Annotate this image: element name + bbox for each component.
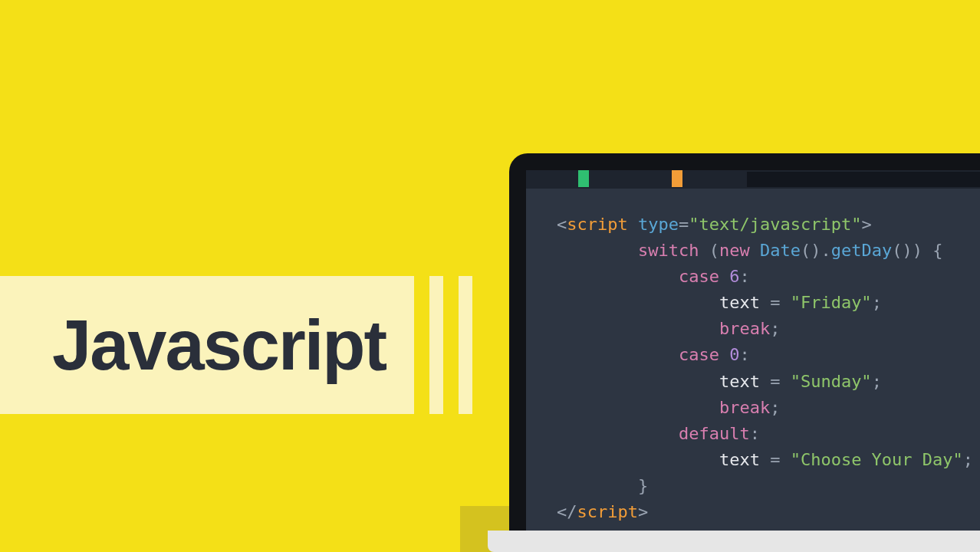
code-token: text xyxy=(719,372,760,391)
code-token: new xyxy=(719,241,750,260)
code-token: Date xyxy=(760,241,801,260)
code-token xyxy=(557,319,719,338)
code-block: <script type="text/javascript"> switch (… xyxy=(526,189,980,525)
tab-accent-icon xyxy=(578,170,589,187)
code-token: script xyxy=(567,215,627,234)
code-token xyxy=(628,215,638,234)
code-token: : xyxy=(739,345,749,364)
code-token: < xyxy=(557,215,567,234)
code-token: = xyxy=(770,372,780,391)
code-token: : xyxy=(739,267,749,286)
code-token xyxy=(719,345,729,364)
code-token: ; xyxy=(963,450,973,469)
code-token xyxy=(557,267,679,286)
code-token xyxy=(557,398,719,417)
code-token: "Friday" xyxy=(791,293,872,312)
code-token: "Sunday" xyxy=(791,372,872,391)
code-token: break xyxy=(719,398,770,417)
code-token xyxy=(557,424,679,443)
code-token: "Choose Your Day" xyxy=(791,450,963,469)
tab-accent-icon xyxy=(672,170,682,187)
page-title: Javascript xyxy=(52,305,386,386)
code-token: = xyxy=(679,215,689,234)
code-token: case xyxy=(679,267,719,286)
code-token xyxy=(557,345,679,364)
code-token xyxy=(760,450,770,469)
decorative-stripe xyxy=(429,276,443,414)
code-token xyxy=(719,267,729,286)
code-token: ; xyxy=(770,319,780,338)
code-token xyxy=(780,372,790,391)
code-token: : xyxy=(750,424,760,443)
code-token xyxy=(760,293,770,312)
code-token: ()) { xyxy=(892,241,942,260)
code-token xyxy=(557,241,638,260)
code-token xyxy=(557,293,719,312)
decorative-stripe xyxy=(459,276,472,414)
code-token: getDay xyxy=(831,241,892,260)
code-token: script xyxy=(577,502,638,521)
title-band: Javascript xyxy=(0,276,414,414)
code-token: text xyxy=(719,450,760,469)
code-token: "text/javascript" xyxy=(689,215,861,234)
code-token xyxy=(557,476,638,495)
editor-tab-bar xyxy=(526,170,980,189)
code-token: ; xyxy=(872,293,882,312)
code-token xyxy=(780,293,790,312)
code-token: type xyxy=(638,215,679,234)
code-token xyxy=(699,241,709,260)
code-token: switch xyxy=(638,241,699,260)
code-token: = xyxy=(770,450,780,469)
code-token: </ xyxy=(557,502,577,521)
code-token: 6 xyxy=(729,267,739,286)
code-token: > xyxy=(861,215,871,234)
code-token: text xyxy=(719,293,760,312)
code-token xyxy=(750,241,760,260)
code-token: } xyxy=(638,476,648,495)
code-token: ( xyxy=(709,241,719,260)
code-token: default xyxy=(679,424,750,443)
code-token: break xyxy=(719,319,770,338)
code-editor-screen: <script type="text/javascript"> switch (… xyxy=(526,170,980,531)
code-token: = xyxy=(770,293,780,312)
code-token: case xyxy=(679,345,719,364)
code-token: ; xyxy=(872,372,882,391)
tab-empty-area xyxy=(747,172,980,187)
code-token xyxy=(557,450,719,469)
code-token xyxy=(557,372,719,391)
code-token xyxy=(780,450,790,469)
code-token xyxy=(760,372,770,391)
laptop-frame: <script type="text/javascript"> switch (… xyxy=(509,153,980,531)
laptop-illustration: <script type="text/javascript"> switch (… xyxy=(509,153,980,552)
code-token: > xyxy=(638,502,648,521)
code-token: (). xyxy=(801,241,831,260)
laptop-base xyxy=(488,531,980,552)
code-token: ; xyxy=(770,398,780,417)
code-token: 0 xyxy=(729,345,739,364)
